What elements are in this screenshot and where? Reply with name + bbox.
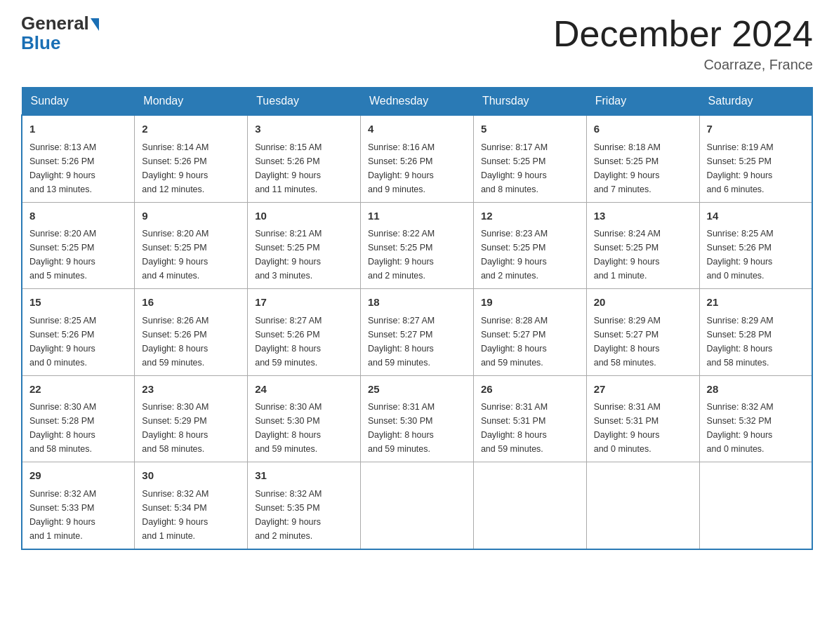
- calendar-cell: [699, 462, 812, 549]
- day-number: 9: [142, 208, 240, 224]
- day-info: Sunrise: 8:32 AMSunset: 5:34 PMDaylight:…: [142, 489, 208, 541]
- calendar-cell: 5 Sunrise: 8:17 AMSunset: 5:25 PMDayligh…: [473, 115, 586, 202]
- calendar-cell: 2 Sunrise: 8:14 AMSunset: 5:26 PMDayligh…: [135, 115, 248, 202]
- day-info: Sunrise: 8:30 AMSunset: 5:29 PMDaylight:…: [142, 402, 208, 454]
- day-info: Sunrise: 8:18 AMSunset: 5:25 PMDaylight:…: [594, 142, 661, 194]
- day-info: Sunrise: 8:31 AMSunset: 5:30 PMDaylight:…: [368, 402, 435, 454]
- day-info: Sunrise: 8:16 AMSunset: 5:26 PMDaylight:…: [368, 142, 435, 194]
- day-info: Sunrise: 8:31 AMSunset: 5:31 PMDaylight:…: [594, 402, 661, 454]
- calendar-cell: 18 Sunrise: 8:27 AMSunset: 5:27 PMDaylig…: [361, 289, 474, 376]
- day-info: Sunrise: 8:30 AMSunset: 5:30 PMDaylight:…: [255, 402, 322, 454]
- calendar-cell: 25 Sunrise: 8:31 AMSunset: 5:30 PMDaylig…: [361, 375, 474, 462]
- calendar-week-row: 1 Sunrise: 8:13 AMSunset: 5:26 PMDayligh…: [22, 115, 812, 202]
- day-info: Sunrise: 8:15 AMSunset: 5:26 PMDaylight:…: [255, 142, 322, 194]
- header-thursday: Thursday: [473, 88, 586, 116]
- calendar-cell: 14 Sunrise: 8:25 AMSunset: 5:26 PMDaylig…: [699, 202, 812, 289]
- day-number: 17: [255, 295, 353, 311]
- day-number: 24: [255, 382, 353, 398]
- day-info: Sunrise: 8:21 AMSunset: 5:25 PMDaylight:…: [255, 229, 322, 281]
- day-info: Sunrise: 8:17 AMSunset: 5:25 PMDaylight:…: [481, 142, 548, 194]
- day-number: 31: [255, 468, 353, 484]
- day-info: Sunrise: 8:20 AMSunset: 5:25 PMDaylight:…: [142, 229, 208, 281]
- day-number: 29: [29, 468, 127, 484]
- calendar-cell: 27 Sunrise: 8:31 AMSunset: 5:31 PMDaylig…: [586, 375, 699, 462]
- day-info: Sunrise: 8:14 AMSunset: 5:26 PMDaylight:…: [142, 142, 208, 194]
- day-number: 19: [481, 295, 579, 311]
- day-number: 18: [368, 295, 466, 311]
- calendar-week-row: 8 Sunrise: 8:20 AMSunset: 5:25 PMDayligh…: [22, 202, 812, 289]
- header-tuesday: Tuesday: [248, 88, 361, 116]
- day-number: 30: [142, 468, 240, 484]
- calendar-cell: 16 Sunrise: 8:26 AMSunset: 5:26 PMDaylig…: [135, 289, 248, 376]
- calendar-cell: 9 Sunrise: 8:20 AMSunset: 5:25 PMDayligh…: [135, 202, 248, 289]
- day-number: 23: [142, 382, 240, 398]
- day-number: 4: [368, 121, 466, 137]
- calendar-cell: 4 Sunrise: 8:16 AMSunset: 5:26 PMDayligh…: [361, 115, 474, 202]
- day-info: Sunrise: 8:27 AMSunset: 5:27 PMDaylight:…: [368, 316, 435, 368]
- calendar-week-row: 15 Sunrise: 8:25 AMSunset: 5:26 PMDaylig…: [22, 289, 812, 376]
- logo-blue: Blue: [21, 32, 60, 54]
- day-info: Sunrise: 8:32 AMSunset: 5:35 PMDaylight:…: [255, 489, 322, 541]
- day-number: 6: [594, 121, 692, 137]
- day-info: Sunrise: 8:29 AMSunset: 5:27 PMDaylight:…: [594, 316, 661, 368]
- day-number: 13: [594, 208, 692, 224]
- calendar-cell: 3 Sunrise: 8:15 AMSunset: 5:26 PMDayligh…: [248, 115, 361, 202]
- day-number: 21: [707, 295, 805, 311]
- calendar-cell: 13 Sunrise: 8:24 AMSunset: 5:25 PMDaylig…: [586, 202, 699, 289]
- day-info: Sunrise: 8:26 AMSunset: 5:26 PMDaylight:…: [142, 316, 208, 368]
- day-info: Sunrise: 8:24 AMSunset: 5:25 PMDaylight:…: [594, 229, 661, 281]
- day-number: 28: [707, 382, 805, 398]
- day-info: Sunrise: 8:30 AMSunset: 5:28 PMDaylight:…: [29, 402, 96, 454]
- day-info: Sunrise: 8:32 AMSunset: 5:33 PMDaylight:…: [29, 489, 96, 541]
- day-number: 11: [368, 208, 466, 224]
- title-section: December 2024 Coarraze, France: [553, 14, 813, 73]
- calendar-cell: 30 Sunrise: 8:32 AMSunset: 5:34 PMDaylig…: [135, 462, 248, 549]
- logo-arrow-icon: [91, 18, 99, 31]
- calendar-cell: [586, 462, 699, 549]
- page-header: General Blue December 2024 Coarraze, Fra…: [21, 14, 813, 73]
- day-info: Sunrise: 8:31 AMSunset: 5:31 PMDaylight:…: [481, 402, 548, 454]
- calendar-cell: 15 Sunrise: 8:25 AMSunset: 5:26 PMDaylig…: [22, 289, 135, 376]
- calendar-cell: 22 Sunrise: 8:30 AMSunset: 5:28 PMDaylig…: [22, 375, 135, 462]
- day-number: 10: [255, 208, 353, 224]
- calendar-cell: 29 Sunrise: 8:32 AMSunset: 5:33 PMDaylig…: [22, 462, 135, 549]
- day-number: 3: [255, 121, 353, 137]
- calendar-cell: [473, 462, 586, 549]
- calendar-cell: 12 Sunrise: 8:23 AMSunset: 5:25 PMDaylig…: [473, 202, 586, 289]
- calendar-header-row: SundayMondayTuesdayWednesdayThursdayFrid…: [22, 88, 812, 116]
- calendar-cell: 26 Sunrise: 8:31 AMSunset: 5:31 PMDaylig…: [473, 375, 586, 462]
- calendar-cell: 10 Sunrise: 8:21 AMSunset: 5:25 PMDaylig…: [248, 202, 361, 289]
- day-info: Sunrise: 8:25 AMSunset: 5:26 PMDaylight:…: [707, 229, 774, 281]
- day-info: Sunrise: 8:23 AMSunset: 5:25 PMDaylight:…: [481, 229, 548, 281]
- calendar-cell: 11 Sunrise: 8:22 AMSunset: 5:25 PMDaylig…: [361, 202, 474, 289]
- day-info: Sunrise: 8:28 AMSunset: 5:27 PMDaylight:…: [481, 316, 548, 368]
- location: Coarraze, France: [553, 57, 813, 73]
- day-number: 7: [707, 121, 805, 137]
- day-number: 2: [142, 121, 240, 137]
- day-number: 16: [142, 295, 240, 311]
- header-friday: Friday: [586, 88, 699, 116]
- day-info: Sunrise: 8:13 AMSunset: 5:26 PMDaylight:…: [29, 142, 96, 194]
- day-number: 14: [707, 208, 805, 224]
- day-info: Sunrise: 8:27 AMSunset: 5:26 PMDaylight:…: [255, 316, 322, 368]
- day-info: Sunrise: 8:32 AMSunset: 5:32 PMDaylight:…: [707, 402, 774, 454]
- day-number: 12: [481, 208, 579, 224]
- calendar-week-row: 29 Sunrise: 8:32 AMSunset: 5:33 PMDaylig…: [22, 462, 812, 549]
- day-number: 20: [594, 295, 692, 311]
- day-number: 5: [481, 121, 579, 137]
- header-saturday: Saturday: [699, 88, 812, 116]
- calendar-cell: 6 Sunrise: 8:18 AMSunset: 5:25 PMDayligh…: [586, 115, 699, 202]
- calendar-week-row: 22 Sunrise: 8:30 AMSunset: 5:28 PMDaylig…: [22, 375, 812, 462]
- day-info: Sunrise: 8:22 AMSunset: 5:25 PMDaylight:…: [368, 229, 435, 281]
- calendar-cell: 21 Sunrise: 8:29 AMSunset: 5:28 PMDaylig…: [699, 289, 812, 376]
- logo-general: General: [21, 14, 89, 32]
- day-number: 15: [29, 295, 127, 311]
- header-wednesday: Wednesday: [361, 88, 474, 116]
- calendar-cell: 20 Sunrise: 8:29 AMSunset: 5:27 PMDaylig…: [586, 289, 699, 376]
- calendar-cell: 8 Sunrise: 8:20 AMSunset: 5:25 PMDayligh…: [22, 202, 135, 289]
- calendar-cell: 31 Sunrise: 8:32 AMSunset: 5:35 PMDaylig…: [248, 462, 361, 549]
- calendar-table: SundayMondayTuesdayWednesdayThursdayFrid…: [21, 87, 813, 550]
- day-info: Sunrise: 8:29 AMSunset: 5:28 PMDaylight:…: [707, 316, 774, 368]
- calendar-cell: 24 Sunrise: 8:30 AMSunset: 5:30 PMDaylig…: [248, 375, 361, 462]
- day-number: 1: [29, 121, 127, 137]
